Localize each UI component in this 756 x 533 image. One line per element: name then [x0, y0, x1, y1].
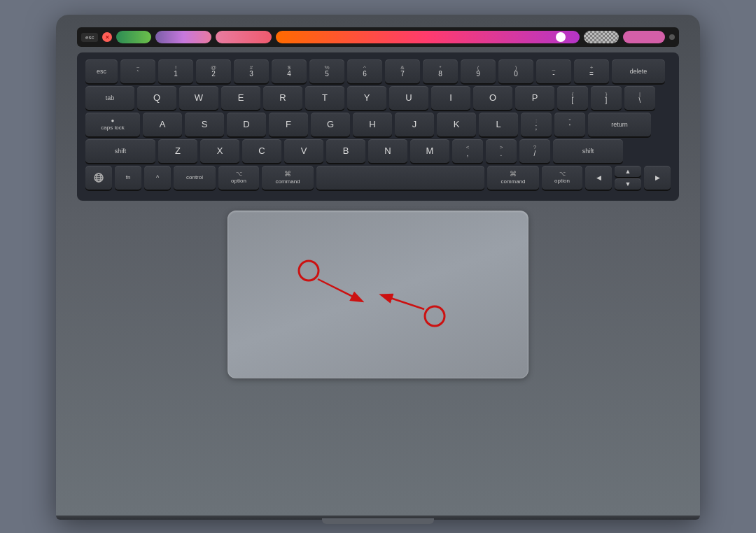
tb-slider-thumb — [556, 32, 566, 42]
key-i[interactable]: I — [431, 86, 470, 110]
keyboard: esc ~ ` ! 1 @ 2 # 3 $ 4 % 5 — [77, 52, 679, 201]
key-1[interactable]: ! 1 — [158, 59, 193, 83]
key-y[interactable]: Y — [347, 86, 386, 110]
key-period[interactable]: > . — [486, 139, 517, 163]
keyboard-row-asdf: ●caps lock A S D F G H J K L : ; " ' ret… — [85, 113, 671, 136]
key-bracket-l[interactable]: { [ — [557, 86, 588, 110]
key-z[interactable]: Z — [158, 139, 197, 163]
key-n[interactable]: N — [368, 139, 407, 163]
key-8[interactable]: * 8 — [423, 59, 458, 83]
key-return[interactable]: return — [588, 113, 651, 136]
key-arrow-up[interactable]: ▲ — [615, 166, 641, 177]
key-q[interactable]: Q — [137, 86, 176, 110]
key-capslock[interactable]: ●caps lock — [85, 113, 140, 136]
key-control[interactable]: control — [174, 166, 216, 190]
key-u[interactable]: U — [389, 86, 428, 110]
key-slash[interactable]: ? / — [519, 139, 550, 163]
key-backtick[interactable]: ~ ` — [120, 59, 155, 83]
key-7[interactable]: & 7 — [385, 59, 420, 83]
key-r[interactable]: R — [263, 86, 302, 110]
key-shift-right[interactable]: shift — [553, 139, 623, 163]
keyboard-row-zxcv: shift Z X C V B N M < , > . ? / shift — [85, 139, 671, 163]
key-minus[interactable]: _ - — [536, 59, 571, 83]
key-p[interactable]: P — [515, 86, 554, 110]
key-option-left[interactable]: ⌥ option — [218, 166, 259, 190]
tb-slider — [116, 31, 151, 43]
key-v[interactable]: V — [284, 139, 323, 163]
key-t[interactable]: T — [305, 86, 344, 110]
key-arrow-right[interactable]: ▶ — [644, 166, 671, 190]
tb-close-btn[interactable]: ✕ — [102, 32, 112, 42]
laptop-body: esc ✕ esc ~ ` ! 1 @ 2 — [56, 15, 700, 518]
keyboard-row-qwerty: tab Q W E R T Y U I O P { [ } ] | \ — [85, 86, 671, 110]
key-globe[interactable] — [85, 166, 112, 190]
key-bracket-r[interactable]: } ] — [591, 86, 622, 110]
tb-purple-gradient — [155, 31, 211, 43]
key-command-right[interactable]: ⌘ command — [487, 166, 539, 190]
key-x[interactable]: X — [200, 139, 239, 163]
key-esc[interactable]: esc — [85, 59, 118, 83]
tb-checkerboard — [584, 31, 619, 43]
key-s[interactable]: S — [185, 113, 224, 136]
gesture-svg — [228, 211, 529, 379]
key-c[interactable]: C — [242, 139, 281, 163]
svg-line-9 — [318, 279, 361, 301]
key-equals[interactable]: + = — [574, 59, 609, 83]
key-2[interactable]: @ 2 — [196, 59, 231, 83]
tb-pink-solid — [623, 31, 665, 43]
key-backslash[interactable]: | \ — [624, 86, 655, 110]
key-comma[interactable]: < , — [452, 139, 483, 163]
key-arrow-left[interactable]: ◀ — [585, 166, 612, 190]
key-3[interactable]: # 3 — [234, 59, 269, 83]
key-semicolon[interactable]: : ; — [521, 113, 552, 136]
key-o[interactable]: O — [473, 86, 512, 110]
key-w[interactable]: W — [179, 86, 218, 110]
laptop-bottom-notch — [322, 518, 434, 524]
key-option-right[interactable]: ⌥ option — [542, 166, 582, 190]
key-e[interactable]: E — [221, 86, 260, 110]
tb-pink-gradient — [216, 31, 272, 43]
key-0[interactable]: ) 0 — [498, 59, 533, 83]
key-k[interactable]: K — [437, 113, 476, 136]
key-j[interactable]: J — [395, 113, 434, 136]
svg-point-8 — [425, 306, 444, 326]
key-b[interactable]: B — [326, 139, 365, 163]
key-space[interactable] — [316, 166, 484, 190]
tb-esc-key[interactable]: esc — [81, 33, 98, 42]
gesture-overlay — [228, 211, 528, 378]
key-6[interactable]: ^ 6 — [347, 59, 382, 83]
key-4[interactable]: $ 4 — [272, 59, 307, 83]
key-command-left[interactable]: ⌘ command — [262, 166, 314, 190]
key-g[interactable]: G — [311, 113, 350, 136]
key-delete[interactable]: delete — [612, 59, 665, 83]
key-arrow-down[interactable]: ▼ — [615, 178, 641, 190]
tb-orange-red-gradient — [276, 31, 580, 43]
key-h[interactable]: H — [353, 113, 392, 136]
key-m[interactable]: M — [410, 139, 449, 163]
key-tab[interactable]: tab — [85, 86, 134, 110]
arrow-vertical-pair: ▲ ▼ — [615, 166, 641, 190]
trackpad-container — [77, 211, 679, 378]
svg-line-10 — [382, 295, 424, 309]
key-a[interactable]: A — [143, 113, 182, 136]
key-d[interactable]: D — [227, 113, 266, 136]
tb-end-dot — [669, 34, 675, 40]
keyboard-row-modifiers: fn ^ control ⌥ option ⌘ command ⌘ comman… — [85, 166, 671, 190]
keyboard-row-numbers: esc ~ ` ! 1 @ 2 # 3 $ 4 % 5 — [85, 59, 671, 83]
key-5[interactable]: % 5 — [309, 59, 344, 83]
arrow-key-cluster: ◀ ▲ ▼ ▶ — [585, 166, 671, 190]
key-shift-left[interactable]: shift — [85, 139, 155, 163]
key-l[interactable]: L — [479, 113, 518, 136]
svg-point-7 — [299, 261, 318, 280]
trackpad[interactable] — [227, 211, 528, 378]
key-f[interactable]: F — [269, 113, 308, 136]
key-9[interactable]: ( 9 — [461, 59, 496, 83]
key-chevron-up-left[interactable]: ^ — [144, 166, 171, 190]
touch-bar: esc ✕ — [77, 27, 679, 47]
key-quote[interactable]: " ' — [554, 113, 585, 136]
key-fn[interactable]: fn — [115, 166, 141, 190]
